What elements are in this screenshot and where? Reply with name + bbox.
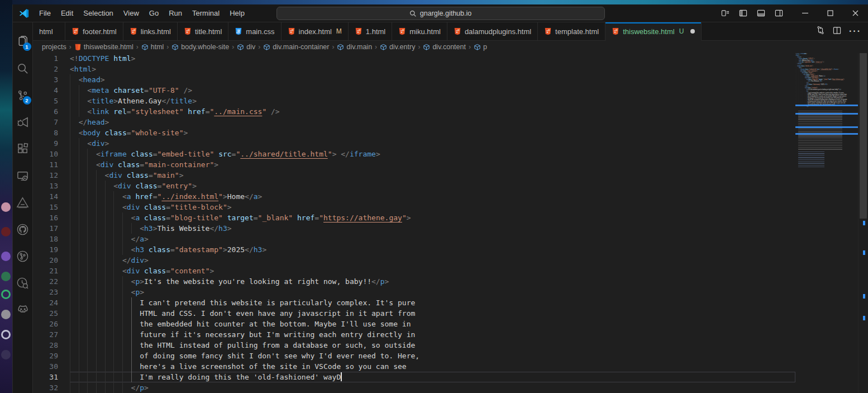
menu-selection[interactable]: Selection bbox=[78, 7, 118, 20]
breadcrumb-symbol-html[interactable]: html bbox=[141, 43, 164, 51]
line-number[interactable]: 22 bbox=[33, 276, 70, 287]
tab-template-html[interactable]: template.html bbox=[538, 22, 605, 40]
line-number[interactable]: 1 bbox=[33, 53, 70, 64]
line-number[interactable]: 21 bbox=[33, 266, 70, 276]
code-line[interactable]: 3<head> bbox=[33, 74, 795, 85]
menu-terminal[interactable]: Terminal bbox=[187, 7, 225, 20]
code-line[interactable]: 31I'm really doing this the 'old-fashion… bbox=[33, 372, 795, 382]
code-line[interactable]: 11<div class="main-container"> bbox=[33, 159, 795, 170]
code-line[interactable]: 19<h3 class="datestamp">2025</h3> bbox=[33, 244, 795, 255]
run-and-debug-icon[interactable] bbox=[13, 108, 33, 135]
tab-html[interactable]: html bbox=[33, 22, 65, 40]
editor-scrollbar[interactable] bbox=[858, 53, 868, 393]
code-line[interactable]: 20</div> bbox=[33, 255, 795, 266]
tab-miku-html[interactable]: miku.html bbox=[392, 22, 447, 40]
line-number[interactable]: 31 bbox=[33, 372, 70, 382]
code-line[interactable]: 15<div class="title-block"> bbox=[33, 202, 795, 212]
line-number[interactable]: 29 bbox=[33, 351, 70, 361]
line-number[interactable]: 2 bbox=[33, 64, 70, 74]
menu-view[interactable]: View bbox=[118, 7, 144, 20]
toggle-panel-icon[interactable] bbox=[755, 7, 767, 20]
code-line[interactable]: 18</a> bbox=[33, 234, 795, 244]
menu-run[interactable]: Run bbox=[164, 7, 187, 20]
toggle-secondary-sidebar-icon[interactable] bbox=[772, 7, 785, 20]
scrollbar-thumb[interactable] bbox=[860, 53, 867, 219]
godot-tools-icon[interactable] bbox=[13, 296, 33, 323]
command-center-search[interactable]: gnargle.github.io bbox=[276, 7, 605, 20]
code-line[interactable]: 27future if it's necessary but I'm writi… bbox=[33, 329, 795, 340]
line-number[interactable]: 30 bbox=[33, 361, 70, 372]
line-number[interactable]: 24 bbox=[33, 297, 70, 308]
split-editor-icon[interactable] bbox=[833, 26, 841, 37]
code-line[interactable]: 24I can't pretend this website is partic… bbox=[33, 297, 795, 308]
search-view-icon[interactable] bbox=[13, 55, 33, 82]
git-history-icon[interactable] bbox=[13, 269, 33, 296]
line-number[interactable]: 23 bbox=[33, 287, 70, 297]
line-number[interactable]: 28 bbox=[33, 340, 70, 351]
line-number[interactable]: 4 bbox=[33, 85, 70, 96]
extensions-icon[interactable] bbox=[13, 135, 33, 162]
line-number[interactable]: 11 bbox=[33, 159, 70, 170]
breadcrumb-symbol-body[interactable]: body.whole-site bbox=[171, 43, 229, 51]
line-number[interactable]: 15 bbox=[33, 202, 70, 212]
code-line[interactable]: 12<div class="main"> bbox=[33, 170, 795, 181]
code-line[interactable]: 14<a href="../index.html">Home</a> bbox=[33, 191, 795, 202]
line-number[interactable]: 8 bbox=[33, 127, 70, 138]
line-number[interactable]: 12 bbox=[33, 170, 70, 181]
menu-file[interactable]: File bbox=[34, 7, 56, 20]
customize-layout-icon[interactable] bbox=[719, 7, 731, 20]
code-line[interactable]: 22<p>It's the website you're looking at … bbox=[33, 276, 795, 287]
line-number[interactable]: 3 bbox=[33, 74, 70, 85]
code-line[interactable]: 5<title>Athene.Gay</title> bbox=[33, 96, 795, 106]
line-number[interactable]: 27 bbox=[33, 329, 70, 340]
toggle-primary-sidebar-icon[interactable] bbox=[737, 7, 749, 20]
code-line[interactable]: 29of doing some fancy shit I don't see w… bbox=[33, 351, 795, 361]
github-icon[interactable] bbox=[13, 216, 33, 243]
tab-footer-html[interactable]: footer.html bbox=[65, 22, 123, 40]
minimap[interactable]: 1<!DOCTYPE html>2<html>3<head>4<meta cha… bbox=[795, 53, 858, 393]
git-graph-icon[interactable] bbox=[13, 243, 33, 269]
explorer-icon[interactable]: 1 bbox=[13, 28, 33, 55]
maximize-button[interactable] bbox=[818, 4, 843, 22]
breadcrumb-file[interactable]: thiswebsite.html bbox=[74, 43, 133, 51]
code-line[interactable]: 7</head> bbox=[33, 117, 795, 127]
line-number[interactable]: 26 bbox=[33, 319, 70, 329]
line-number[interactable]: 20 bbox=[33, 255, 70, 266]
line-number[interactable]: 13 bbox=[33, 181, 70, 191]
line-number[interactable]: 18 bbox=[33, 234, 70, 244]
code-line[interactable]: 1<!DOCTYPE html> bbox=[33, 53, 795, 64]
code-line[interactable]: 9<div> bbox=[33, 138, 795, 149]
code-line[interactable]: 16<a class="blog-title" target="_blank" … bbox=[33, 212, 795, 223]
more-actions-icon[interactable]: ··· bbox=[849, 26, 861, 36]
code-line[interactable]: 23<p> bbox=[33, 287, 795, 297]
code-line[interactable]: 32</p> bbox=[795, 106, 858, 107]
breadcrumb-projects[interactable]: projects bbox=[42, 43, 66, 51]
code-line[interactable]: 25HTML and CSS. I don't even have any ja… bbox=[33, 308, 795, 319]
line-number[interactable]: 16 bbox=[33, 212, 70, 223]
code-line[interactable]: 2<html> bbox=[33, 64, 795, 74]
breadcrumb-symbol-content[interactable]: div.content bbox=[423, 43, 466, 51]
line-number[interactable]: 9 bbox=[33, 138, 70, 149]
menu-help[interactable]: Help bbox=[225, 7, 250, 20]
tab-index-html[interactable]: index.html M bbox=[282, 22, 349, 40]
source-control-icon[interactable]: 2 bbox=[13, 82, 33, 108]
close-button[interactable] bbox=[843, 4, 868, 22]
tab-title-html[interactable]: title.html bbox=[178, 22, 228, 40]
line-number[interactable]: 19 bbox=[33, 244, 70, 255]
breadcrumb-symbol-main-container[interactable]: div.main-container bbox=[263, 43, 329, 51]
line-number[interactable]: 5 bbox=[33, 96, 70, 106]
open-changes-icon[interactable] bbox=[816, 26, 825, 37]
menu-edit[interactable]: Edit bbox=[56, 7, 78, 20]
tab-links-html[interactable]: links.html bbox=[123, 22, 178, 40]
code-line[interactable]: 10<iframe class="embed-title" src="../sh… bbox=[33, 149, 795, 159]
code-line[interactable]: 30here's a live screenshot of the site i… bbox=[33, 361, 795, 372]
breadcrumb-symbol-div[interactable]: div bbox=[237, 43, 255, 51]
code-line[interactable]: 4<meta charset="UTF-8" /> bbox=[33, 85, 795, 96]
line-number[interactable]: 25 bbox=[33, 308, 70, 319]
tab-main-css[interactable]: main.css bbox=[228, 22, 281, 40]
breadcrumb-symbol-main[interactable]: div.main bbox=[337, 43, 372, 51]
line-number[interactable]: 17 bbox=[33, 223, 70, 234]
code-line[interactable]: 32</p> bbox=[33, 382, 795, 393]
code-line[interactable]: 17<h3>This Website</h3> bbox=[33, 223, 795, 234]
line-number[interactable]: 10 bbox=[33, 149, 70, 159]
